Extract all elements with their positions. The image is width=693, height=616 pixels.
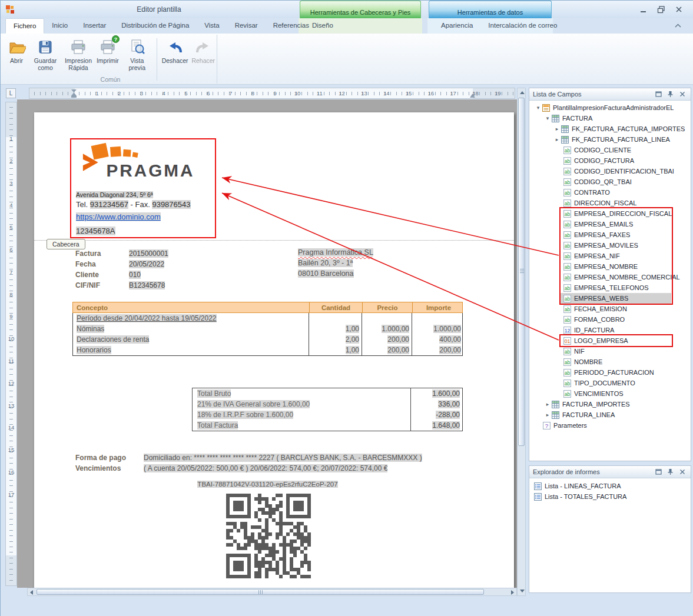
expander-closed-icon[interactable]: ▸ [553, 126, 561, 132]
print-preview-button[interactable]: Vista previa [121, 36, 154, 72]
maximize-panel-button[interactable] [654, 90, 664, 99]
template-page[interactable]: PRAGMA Avenida Diagonal 234, 5º 6ª Tel. … [34, 112, 514, 588]
field-list-item[interactable]: CODIGO_IDENTIFICACION_TBAI [529, 166, 691, 177]
company-nif-field[interactable]: 12345678A [76, 227, 115, 235]
close-panel-button[interactable] [677, 90, 687, 99]
field-list-item[interactable]: EMPRESA_DIRECCION_FISCAL [529, 208, 691, 219]
maximize-panel-button[interactable] [654, 468, 664, 477]
report-explorer-item[interactable]: Lista - LINEAS_FACTURA [529, 481, 691, 491]
scroll-left-icon[interactable] [30, 590, 33, 595]
field-list-item[interactable]: ▾PlantillaImpresionFacturaAdministradorE… [529, 102, 691, 113]
company-web-field[interactable]: https://www.dominio.com [76, 212, 161, 221]
header-cantidad[interactable]: Cantidad [309, 302, 362, 312]
tab-fichero[interactable]: Fichero [5, 18, 44, 34]
period-row[interactable]: Período desde 20/04/2022 hasta 19/05/202… [73, 313, 462, 324]
tab-stop-selector[interactable]: L [6, 88, 16, 98]
field-list-item[interactable]: EMPRESA_FAXES [529, 229, 691, 240]
qr-code[interactable] [226, 494, 311, 578]
field-list-item[interactable]: CODIGO_QR_TBAI [529, 177, 691, 187]
field-list-item[interactable]: EMPRESA_NIF [529, 251, 691, 261]
tab-intercalacion-correo[interactable]: Intercalación de correo [480, 18, 565, 34]
collapse-ribbon-button[interactable] [671, 21, 685, 31]
tab-insertar[interactable]: Insertar [75, 18, 114, 34]
client-city-field[interactable]: 08010 Barcelona [298, 269, 354, 278]
table-row[interactable]: Nóminas 1,00 1.000,00 1.000,00 [73, 324, 462, 334]
pin-panel-button[interactable] [665, 468, 675, 477]
invoice-meta-block[interactable]: Factura2015000001 Fecha20/05/2022 Client… [75, 248, 270, 291]
expander-closed-icon[interactable]: ▸ [543, 401, 552, 407]
field-list-item[interactable]: EMPRESA_MOVILES [529, 240, 691, 251]
field-list-item[interactable]: ▸FK_FACTURA_FACTURA_IMPORTES [529, 124, 691, 134]
payment-method-field[interactable]: Domiciliado en: **** **** **** **** ****… [144, 454, 422, 462]
fecha-field[interactable]: 20/05/2022 [129, 260, 164, 268]
invoice-lines-table[interactable]: Concepto Cantidad Precio Importe Período… [72, 302, 463, 356]
expander-closed-icon[interactable]: ▸ [543, 412, 552, 418]
field-list-item[interactable]: NOMBRE [529, 357, 691, 367]
restore-button[interactable] [653, 3, 669, 15]
scroll-down-icon[interactable] [520, 590, 525, 592]
cifnif-field[interactable]: B12345678 [129, 281, 165, 289]
save-as-button[interactable]: Guardar como [29, 36, 62, 72]
field-list-item[interactable]: EMPRESA_EMAILS [529, 219, 691, 229]
table-row[interactable]: Honorarios 1,00 200,00 200,00 [73, 345, 462, 355]
header-concepto[interactable]: Concepto [73, 302, 309, 312]
field-list-item[interactable]: TIPO_DOCUMENTO [529, 378, 691, 388]
tbai-code-line[interactable]: TBAI-78871042V-031120-epEs2rfuC2EoP-207 [72, 481, 463, 488]
client-street-field[interactable]: Bailén 20, 3º - 1ª [298, 259, 353, 267]
tab-revisar[interactable]: Revisar [227, 18, 266, 34]
header-precio[interactable]: Precio [362, 302, 412, 312]
tab-apariencia[interactable]: Apariencia [433, 18, 480, 34]
field-list-item[interactable]: PERIODO_FACTURACION [529, 367, 691, 378]
close-button[interactable] [671, 3, 687, 15]
payment-block[interactable]: Forma de pagoDomiciliado en: **** **** *… [75, 452, 488, 474]
tab-vista[interactable]: Vista [197, 18, 227, 34]
factura-field[interactable]: 2015000001 [129, 249, 168, 258]
expander-closed-icon[interactable]: ▸ [553, 136, 561, 142]
company-logo[interactable]: PRAGMA [76, 143, 210, 182]
scroll-up-icon[interactable] [520, 91, 525, 94]
company-phone-line[interactable]: Tel. 931234567 - Fax. 939876543 [76, 200, 191, 209]
field-list-item[interactable]: CONTRATO [529, 187, 691, 198]
horizontal-scroll-thumb[interactable] [37, 589, 484, 595]
design-surface[interactable]: PRAGMA Avenida Diagonal 234, 5º 6ª Tel. … [17, 99, 517, 588]
tab-distribucion-pagina[interactable]: Distribución de Página [114, 18, 197, 34]
pin-panel-button[interactable] [665, 90, 675, 99]
field-list-item[interactable]: DIRECCION_FISCAL [529, 198, 691, 208]
tab-inicio[interactable]: Inicio [44, 18, 75, 34]
expander-open-icon[interactable]: ▾ [534, 105, 542, 111]
qr-code-container[interactable] [226, 494, 311, 578]
report-explorer-item[interactable]: Lista - TOTALES_FACTURA [529, 491, 691, 502]
tab-diseno[interactable]: Diseño [304, 18, 341, 34]
quick-print-button[interactable]: Impresion Rápida [62, 36, 95, 72]
field-list-item[interactable]: ▸FACTURA_IMPORTES [529, 399, 691, 409]
company-address-field[interactable]: Avenida Diagonal 234, 5º 6ª [76, 191, 153, 198]
print-button[interactable]: ? Imprimir [95, 36, 121, 66]
vertical-scrollbar[interactable] [517, 88, 526, 596]
vertical-scroll-thumb[interactable] [518, 98, 525, 446]
table-row[interactable]: Declaraciones de renta 2,00 200,00 400,0… [73, 334, 462, 345]
close-panel-button[interactable] [677, 468, 687, 477]
horizontal-scrollbar[interactable] [27, 588, 517, 596]
field-list-item[interactable]: FORMA_COBRO [529, 314, 691, 325]
minimize-button[interactable] [635, 3, 651, 15]
field-list-item[interactable]: EMPRESA_NOMBRE_COMERCIAL [529, 272, 691, 282]
totals-box[interactable]: Total Bruto1.600,00 21% de IVA General s… [192, 388, 463, 431]
field-list-item[interactable]: ID_FACTURA [529, 325, 691, 335]
open-button[interactable]: Abrir [4, 36, 29, 66]
field-list-item[interactable]: Parameters [529, 420, 691, 431]
field-list-item-selected[interactable]: EMPRESA_WEBS [561, 293, 671, 304]
field-list-item[interactable]: NIF [529, 346, 691, 357]
field-list-item[interactable]: LOGO_EMPRESA [529, 335, 691, 346]
expander-open-icon[interactable]: ▾ [543, 115, 552, 121]
field-list-item[interactable]: ▸FK_FACTURA_FACTURA_LINEA [529, 134, 691, 145]
field-list-item[interactable]: CODIGO_FACTURA [529, 155, 691, 166]
field-list-item[interactable]: FECHA_EMISION [529, 304, 691, 314]
field-list-item[interactable]: EMPRESA_NOMBRE [529, 261, 691, 272]
field-list-item[interactable]: ▸FACTURA_LINEA [529, 409, 691, 420]
header-importe[interactable]: Importe [412, 302, 465, 312]
due-dates-field[interactable]: ( A cuenta 20/05/2022: 500,00 € ) 20/06/… [144, 464, 387, 472]
field-list-item[interactable]: CODIGO_CLIENTE [529, 145, 691, 155]
scroll-right-icon[interactable] [511, 590, 514, 595]
client-name-field[interactable]: Pragma Informática SL [298, 248, 373, 257]
field-list-item[interactable]: VENCIMIENTOS [529, 388, 691, 399]
